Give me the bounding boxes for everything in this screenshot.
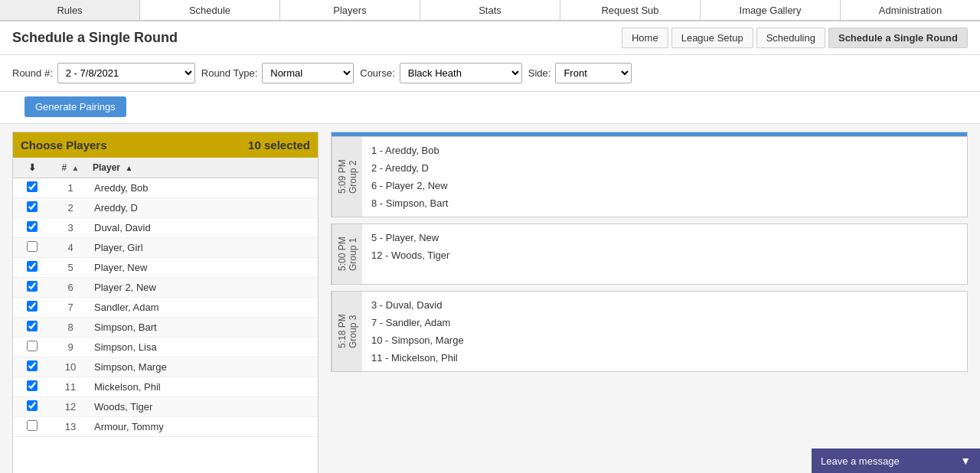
header-links: HomeLeague SetupSchedulingSchedule a Sin… xyxy=(622,28,968,48)
group-player: 12 - Woods, Tiger xyxy=(371,248,958,263)
round-select[interactable]: 1 - 7/1/20212 - 7/8/20213 - 7/15/2021 xyxy=(57,63,195,83)
group-player: 2 - Areddy, D xyxy=(371,161,958,175)
chat-label: Leave a message xyxy=(821,455,900,467)
player-number: 10 xyxy=(51,358,90,376)
group-player: 6 - Player 2, New xyxy=(371,178,958,193)
course-label: Course: xyxy=(360,67,395,79)
player-checkbox[interactable] xyxy=(27,400,38,411)
selected-count: 10 selected xyxy=(248,139,310,152)
players-scroll[interactable]: 1Areddy, Bob2Areddy, D3Duval, David4Play… xyxy=(13,178,318,473)
nav-item-rules[interactable]: Rules xyxy=(0,0,140,20)
player-number: 12 xyxy=(51,398,90,416)
player-checkbox-cell xyxy=(13,198,51,217)
player-name: Simpson, Lisa xyxy=(90,338,318,356)
player-checkbox[interactable] xyxy=(27,181,38,192)
table-row: 2Areddy, D xyxy=(13,198,318,218)
table-row: 3Duval, David xyxy=(13,218,318,238)
group-label: 5:09 PMGroup 2 xyxy=(332,137,362,217)
player-name: Simpson, Bart xyxy=(90,318,318,336)
player-checkbox[interactable] xyxy=(27,360,38,371)
col-player-header[interactable]: Player ▲ xyxy=(90,158,318,178)
nav-item-stats[interactable]: Stats xyxy=(420,0,560,20)
player-checkbox[interactable] xyxy=(27,301,38,312)
group-row: 5:09 PMGroup 21 - Areddy, Bob2 - Areddy,… xyxy=(332,137,967,217)
table-row: 10Simpson, Marge xyxy=(13,357,318,377)
nav-item-request-sub[interactable]: Request Sub xyxy=(560,0,701,20)
nav-item-players[interactable]: Players xyxy=(280,0,420,20)
player-number: 2 xyxy=(51,199,90,217)
player-name: Player 2, New xyxy=(90,279,318,296)
player-name: Armour, Tommy xyxy=(90,418,318,435)
table-row: 12Woods, Tiger xyxy=(13,397,318,417)
player-checkbox[interactable] xyxy=(27,380,38,391)
table-row: 1Areddy, Bob xyxy=(13,178,318,198)
course-control-group: Course: Black HeathCourse 2Course 3 xyxy=(360,63,522,83)
generate-pairings-button[interactable]: Generate Pairings xyxy=(24,96,126,117)
player-checkbox[interactable] xyxy=(27,241,38,252)
group-player: 11 - Mickelson, Phil xyxy=(371,351,958,365)
nav-item-administration[interactable]: Administration xyxy=(841,0,980,20)
player-number: 4 xyxy=(51,239,90,256)
choose-players-title: Choose Players xyxy=(21,139,107,152)
header-link-scheduling[interactable]: Scheduling xyxy=(756,28,825,48)
player-checkbox[interactable] xyxy=(27,281,38,292)
player-checkbox-cell xyxy=(13,357,51,377)
controls-row: Round #: 1 - 7/1/20212 - 7/8/20213 - 7/1… xyxy=(0,55,980,92)
players-header: Choose Players 10 selected xyxy=(13,132,318,158)
header-link-league-setup[interactable]: League Setup xyxy=(671,28,753,48)
player-checkbox-cell xyxy=(13,377,51,396)
round-control-group: Round #: 1 - 7/1/20212 - 7/8/20213 - 7/1… xyxy=(12,63,195,83)
side-control-group: Side: FrontBackAll 18 xyxy=(528,63,632,83)
player-name: Sandler, Adam xyxy=(90,298,318,316)
nav-item-schedule[interactable]: Schedule xyxy=(140,0,280,20)
player-number: 9 xyxy=(51,338,90,356)
player-checkbox-cell xyxy=(13,178,51,197)
course-select[interactable]: Black HeathCourse 2Course 3 xyxy=(400,63,522,83)
table-row: 6Player 2, New xyxy=(13,278,318,298)
player-checkbox[interactable] xyxy=(27,221,38,232)
chat-widget[interactable]: Leave a message ▼ xyxy=(812,449,980,473)
group-content: 1 - Areddy, Bob2 - Areddy, D6 - Player 2… xyxy=(362,137,967,217)
group-player: 7 - Sandler, Adam xyxy=(371,315,958,330)
round-type-select[interactable]: NormalStroke PlayMatch Play xyxy=(262,63,354,83)
player-number: 3 xyxy=(51,219,90,236)
player-checkbox-cell xyxy=(13,238,51,257)
player-checkbox[interactable] xyxy=(27,420,38,431)
player-checkbox[interactable] xyxy=(27,341,38,351)
header-bar: Schedule a Single Round HomeLeague Setup… xyxy=(0,21,980,55)
table-row: 8Simpson, Bart xyxy=(13,318,318,338)
player-name: Mickelson, Phil xyxy=(90,378,318,396)
player-checkbox-cell xyxy=(13,278,51,297)
player-checkbox-cell xyxy=(13,258,51,277)
header-link-home[interactable]: Home xyxy=(622,28,668,48)
sort-player-icon: ▲ xyxy=(125,164,132,172)
player-name: Player, New xyxy=(90,259,318,276)
groups-panel: 5:09 PMGroup 21 - Areddy, Bob2 - Areddy,… xyxy=(318,132,968,473)
table-row: 9Simpson, Lisa xyxy=(13,338,318,357)
header-link-schedule-a-single-round[interactable]: Schedule a Single Round xyxy=(828,28,968,48)
top-nav: RulesSchedulePlayersStatsRequest SubImag… xyxy=(0,0,980,21)
player-name: Areddy, Bob xyxy=(90,179,318,197)
player-checkbox[interactable] xyxy=(27,201,38,212)
group-card: 5:09 PMGroup 21 - Areddy, Bob2 - Areddy,… xyxy=(331,132,968,217)
player-checkbox-cell xyxy=(13,417,51,436)
group-player: 1 - Areddy, Bob xyxy=(371,143,958,158)
player-checkbox-cell xyxy=(13,318,51,337)
player-checkbox-cell xyxy=(13,218,51,237)
player-checkbox-cell xyxy=(13,298,51,317)
chat-chevron: ▼ xyxy=(960,455,971,467)
round-type-label: Round Type: xyxy=(201,67,257,79)
group-content: 5 - Player, New12 - Woods, Tiger xyxy=(362,224,967,284)
table-row: 13Armour, Tommy xyxy=(13,417,318,437)
nav-item-image-gallery[interactable]: Image Gallery xyxy=(701,0,841,20)
player-number: 8 xyxy=(51,318,90,336)
table-row: 5Player, New xyxy=(13,258,318,278)
col-num-header[interactable]: # ▲ xyxy=(51,158,90,178)
main-content: Choose Players 10 selected ⬇ # ▲ Player … xyxy=(0,124,980,473)
player-checkbox[interactable] xyxy=(27,321,38,331)
player-number: 5 xyxy=(51,259,90,276)
player-checkbox[interactable] xyxy=(27,261,38,272)
group-player: 8 - Simpson, Bart xyxy=(371,196,958,210)
side-select[interactable]: FrontBackAll 18 xyxy=(555,63,632,83)
side-label: Side: xyxy=(528,67,551,79)
